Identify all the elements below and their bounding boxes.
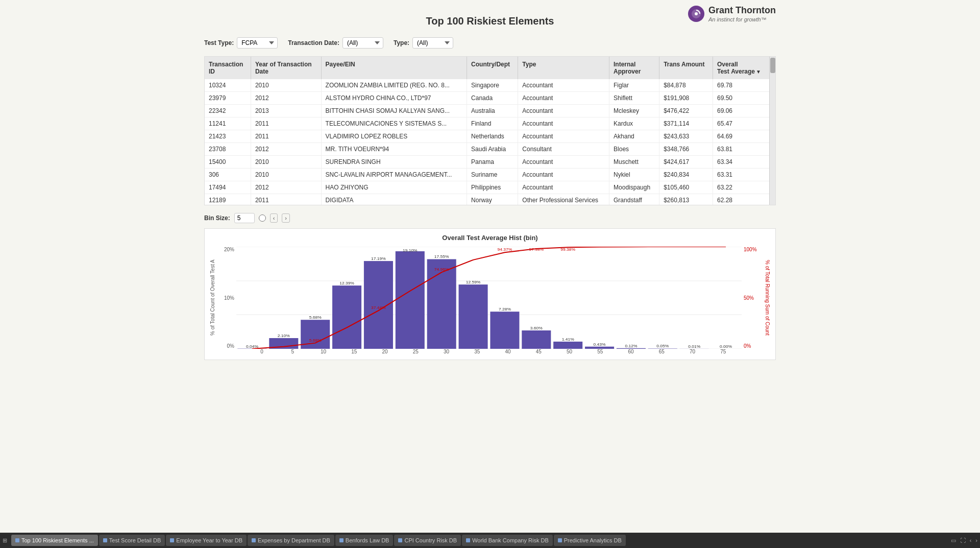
x-label-70: 70 — [677, 349, 708, 354]
cell-country: Norway — [467, 194, 518, 205]
transaction-date-label: Transaction Date: — [288, 39, 339, 46]
tab-top-100-riskiest-elements-...[interactable]: Top 100 Riskiest Elements ... — [11, 535, 98, 546]
nav-right-icon[interactable]: › — [975, 537, 977, 543]
sort-icon: ▼ — [756, 69, 761, 75]
type-select[interactable]: (All) — [412, 37, 453, 49]
cell-country: Canada — [467, 92, 518, 105]
bin-prev-button[interactable]: ‹ — [270, 213, 278, 223]
col-payee: Payee/EIN — [321, 57, 467, 79]
cell-year: 2012 — [251, 92, 321, 105]
cell-type: Consultant — [518, 143, 609, 156]
cell-year: 2010 — [251, 169, 321, 181]
scroll-bar[interactable] — [769, 57, 775, 205]
cell-avg: 63.31 — [713, 169, 770, 181]
cell-amount: $243,633 — [659, 130, 713, 143]
test-type-label: Test Type: — [204, 39, 234, 46]
x-label-5: 5 — [277, 349, 308, 354]
cell-type: Accountant — [518, 117, 609, 130]
bin-size-radio[interactable] — [259, 215, 266, 222]
cell-approver: Kardux — [609, 117, 659, 130]
bar-label-70: 0.01% — [688, 345, 700, 349]
y-ticks-left: 20% 10% 0% — [220, 247, 234, 349]
bar-label-60: 0.12% — [625, 344, 637, 348]
bar-45 — [522, 330, 551, 349]
x-label-30: 30 — [431, 349, 462, 354]
bar-label-30: 17.55% — [434, 255, 449, 259]
chart-container: Overall Test Average Hist (bin) % of Tot… — [204, 228, 776, 360]
cell-amount: $105,460 — [659, 181, 713, 194]
tab-employee-year-to-year-db[interactable]: Employee Year to Year DB — [166, 535, 247, 546]
x-axis-labels: 051015202530354045505560657075 — [247, 349, 739, 354]
x-label-65: 65 — [646, 349, 677, 354]
tab-label: CPI Country Risk DB — [404, 537, 457, 543]
logo-tagline: An instinct for growth™ — [708, 16, 776, 22]
cell-type: Other Professional Services — [518, 194, 609, 205]
x-label-45: 45 — [523, 349, 554, 354]
tab-icon — [103, 538, 107, 542]
tab-test-score-detail-db[interactable]: Test Score Detail DB — [99, 535, 165, 546]
bar-label-25: 19.10% — [403, 249, 418, 253]
cell-id: 12189 — [205, 194, 251, 205]
bin-size-input[interactable] — [234, 213, 255, 223]
cell-approver: Akhand — [609, 130, 659, 143]
bottom-right-icons: ▭ ⛶ ‹ › — [951, 537, 977, 544]
bar-label-35: 12.59% — [466, 280, 481, 284]
transaction-date-select[interactable]: (All) — [342, 37, 383, 49]
tab-world-bank-company-risk-db[interactable]: World Bank Company Risk DB — [462, 535, 553, 546]
x-label-0: 0 — [247, 349, 277, 354]
nav-left-icon[interactable]: ‹ — [970, 537, 972, 543]
cell-avg: 62.28 — [713, 194, 770, 205]
cell-payee: ZOOMLION ZAMBIA LIMITED (REG. NO. 8... — [321, 79, 467, 92]
cum-label-30: 74.96% — [434, 268, 449, 272]
tab-expenses-by-department-db[interactable]: Expenses by Department DB — [248, 535, 334, 546]
cell-year: 2010 — [251, 156, 321, 169]
cell-amount: $84,878 — [659, 79, 713, 92]
cell-country: Saudi Arabia — [467, 143, 518, 156]
tab-grid-icon: ⊞ — [3, 537, 7, 544]
cell-id: 23708 — [205, 143, 251, 156]
cell-payee: TELECOMUNICACIONES Y SISTEMAS S... — [321, 117, 467, 130]
bin-next-button[interactable]: › — [282, 213, 290, 223]
tab-icon — [252, 538, 256, 542]
cell-amount: $240,834 — [659, 169, 713, 181]
cell-id: 10324 — [205, 79, 251, 92]
col-avg: OverallTest Average▼ — [713, 57, 770, 79]
tab-predictive-analytics-db[interactable]: Predictive Analytics DB — [554, 535, 626, 546]
cell-amount: $260,813 — [659, 194, 713, 205]
table-row: 15400 2010 SURENDRA SINGH Panama Account… — [205, 156, 769, 169]
chart-title: Overall Test Average Hist (bin) — [210, 234, 770, 242]
cell-type: Accountant — [518, 130, 609, 143]
cell-year: 2012 — [251, 181, 321, 194]
x-label-75: 75 — [708, 349, 739, 354]
y-ticks-right: 100% 50% 0% — [744, 247, 760, 349]
tab-icon — [466, 538, 470, 542]
cell-avg: 69.78 — [713, 79, 770, 92]
col-year: Year of TransactionDate — [251, 57, 321, 79]
y-axis-left-label: % of Total Count of Overall Test A — [210, 247, 220, 349]
cell-country: Singapore — [467, 79, 518, 92]
test-type-select[interactable]: FCPA — [237, 37, 278, 49]
x-label-25: 25 — [400, 349, 431, 354]
cell-amount: $476,422 — [659, 105, 713, 117]
cell-amount: $424,617 — [659, 156, 713, 169]
y-tick-right-0: 0% — [744, 343, 760, 349]
cell-country: Australia — [467, 105, 518, 117]
table-scroll[interactable]: TransactionID Year of TransactionDate Pa… — [205, 57, 769, 205]
table-row: 22342 2013 BITTOHIN CHASI SOMAJ KALLYAN … — [205, 105, 769, 117]
cell-approver: Figlar — [609, 79, 659, 92]
x-label-55: 55 — [585, 349, 616, 354]
cell-approver: Bloes — [609, 143, 659, 156]
tab-label: Top 100 Riskiest Elements ... — [21, 537, 94, 543]
cell-year: 2011 — [251, 194, 321, 205]
cell-payee: HAO ZHIYONG — [321, 181, 467, 194]
bar-label-75: 0.00% — [720, 345, 732, 349]
scroll-thumb[interactable] — [770, 58, 775, 73]
bar-40 — [490, 312, 519, 349]
tab-cpi-country-risk-db[interactable]: CPI Country Risk DB — [394, 535, 461, 546]
bar-65 — [648, 349, 677, 349]
cell-id: 22342 — [205, 105, 251, 117]
tab-benfords-law-db[interactable]: Benfords Law DB — [335, 535, 394, 546]
col-type: Type — [518, 57, 609, 79]
cell-year: 2011 — [251, 130, 321, 143]
bin-size-label: Bin Size: — [204, 215, 230, 222]
